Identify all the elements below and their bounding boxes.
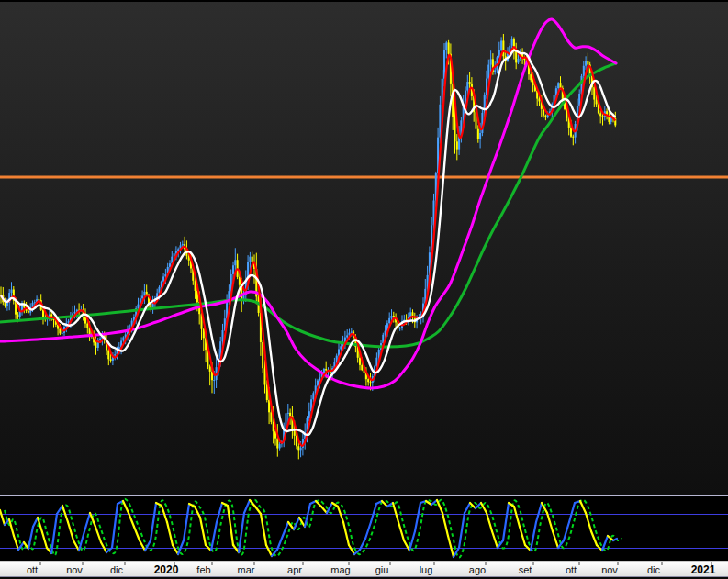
axis-label: nov	[66, 564, 83, 575]
candle-body	[300, 448, 302, 451]
axis-label: lug	[420, 564, 433, 575]
candle-body	[289, 413, 291, 416]
candle-body	[370, 382, 372, 383]
price-panel	[0, 0, 728, 495]
candle-body	[494, 70, 496, 72]
candle-body	[490, 59, 492, 64]
candle-body	[99, 339, 101, 340]
candle-body	[454, 117, 456, 142]
axis-label: dic	[647, 564, 661, 575]
candle-body	[466, 82, 468, 91]
candle-body	[465, 91, 466, 104]
candle-body	[599, 113, 601, 116]
candle-body	[557, 83, 559, 88]
candle-body	[367, 379, 369, 382]
candle-body	[297, 446, 299, 450]
candle-body	[487, 65, 489, 79]
candle-body	[95, 342, 97, 348]
candle-body	[596, 100, 598, 105]
candle-body	[583, 66, 585, 76]
candle-body	[361, 365, 363, 370]
candle-body	[391, 316, 393, 318]
candle-body	[399, 328, 401, 328]
candle-body	[17, 315, 18, 317]
candle-body	[477, 129, 479, 139]
candle-body	[203, 329, 205, 339]
axis-bar	[0, 562, 728, 576]
candle-body	[502, 40, 504, 56]
candle-body	[209, 366, 211, 371]
candle-body	[340, 346, 342, 349]
top-border	[0, 0, 728, 2]
candle-body	[500, 40, 502, 50]
candle-body	[560, 83, 562, 88]
axis-label: dic	[110, 564, 124, 575]
candle-body	[6, 303, 8, 306]
axis-label: 2021	[691, 563, 716, 576]
candle-body	[222, 330, 224, 341]
candle-body	[585, 61, 587, 66]
candle-body	[346, 335, 348, 337]
candle-body	[232, 265, 234, 274]
candle-body	[34, 302, 36, 303]
axis-label: giu	[375, 564, 389, 575]
candle-body	[359, 358, 361, 365]
candle-body	[587, 61, 588, 64]
candle-body	[138, 305, 140, 308]
candle-body	[141, 295, 143, 298]
axis-label: 2020	[154, 563, 179, 576]
candle-body	[518, 59, 520, 62]
candle-body	[393, 316, 395, 317]
candle-body	[351, 332, 353, 333]
candle-body	[479, 133, 481, 139]
candle-body	[325, 369, 327, 371]
candle-body	[86, 324, 88, 328]
axis-label: set	[519, 564, 532, 575]
candle-body	[445, 42, 447, 50]
oscillator-panel	[0, 495, 728, 562]
candle-body	[234, 260, 236, 265]
time-axis: ottnovdic2020febmaraprmaggiulugagosetott…	[0, 562, 728, 579]
candle-body	[448, 42, 450, 53]
candle-body	[74, 312, 76, 313]
candle-body	[28, 311, 29, 313]
axis-label: mar	[238, 564, 255, 575]
axis-label: mag	[330, 564, 350, 575]
chart-background	[0, 0, 728, 495]
candle-body	[388, 318, 390, 323]
candle-body	[602, 116, 604, 117]
candle-body	[249, 257, 251, 262]
candle-body	[182, 244, 184, 245]
candle-body	[572, 137, 574, 138]
candle-body	[511, 39, 513, 46]
candle-body	[469, 82, 471, 84]
candle-body	[213, 380, 215, 381]
trading-chart[interactable]: ottnovdic2020febmaraprmaggiulugagosetott…	[0, 0, 728, 579]
candle-body	[42, 310, 44, 318]
candle-body	[174, 253, 175, 256]
candle-body	[312, 393, 314, 399]
candle-body	[317, 381, 319, 386]
candle-body	[544, 116, 546, 117]
axis-label: ott	[566, 564, 577, 575]
candle-body	[308, 411, 310, 418]
candle-body	[122, 338, 124, 341]
candle-body	[319, 377, 320, 380]
candle-body	[62, 333, 63, 334]
candle-body	[539, 99, 541, 102]
candle-body	[114, 354, 116, 355]
candle-body	[530, 74, 532, 80]
candle-body	[515, 50, 517, 62]
axis-label: nov	[601, 564, 618, 575]
axis-label: apr	[287, 564, 302, 575]
axis-label: ott	[27, 564, 38, 575]
axis-label: feb	[196, 564, 210, 575]
axis-label: ago	[469, 564, 486, 575]
candle-body	[279, 444, 281, 448]
candle-body	[385, 331, 386, 335]
trading-app-window: ottnovdic2020febmaraprmaggiulugagosetott…	[0, 0, 728, 579]
candle-body	[107, 350, 109, 359]
candle-body	[264, 368, 266, 384]
candle-body	[110, 359, 112, 361]
candle-body	[252, 257, 253, 262]
